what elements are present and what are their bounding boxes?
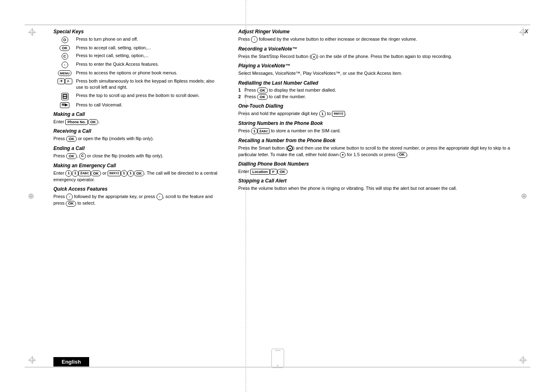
key-up-ringer: ↑: [251, 36, 258, 43]
key-1-em4: 1: [127, 170, 134, 177]
key-cell-nav: ⊟: [53, 92, 76, 100]
key-menu: MENU: [58, 70, 72, 76]
content-area: Special Keys O Press to turn phone on an…: [53, 29, 526, 359]
record-btn: ●: [311, 54, 317, 60]
key-row-menu: MENU Press to access the options or phon…: [53, 70, 218, 76]
key-mail: ✉▶: [60, 102, 69, 108]
one-touch-text: Press and hold the appropriate digit key…: [238, 111, 526, 117]
storing-text: Press 12ABC to store a number on the SIM…: [238, 128, 526, 134]
key-row-mail: ✉▶ Press to call Voicemail.: [53, 102, 218, 108]
key-up: ↑: [62, 62, 68, 68]
ending-call-title: Ending a Call: [53, 145, 218, 151]
key-desc-up: Press to enter the Quick Access features…: [76, 61, 218, 67]
quick-access-section: Quick Access Features Press ↑ followed b…: [53, 186, 218, 206]
key-1-em2: 1: [72, 170, 78, 177]
key-c: C: [62, 53, 68, 60]
smart-btn-hold: ●: [340, 152, 345, 158]
recalling-text: Press the Smart button (●) and then use …: [238, 145, 526, 158]
right-column: Adjust Ringer Volume Press ↑ followed by…: [230, 29, 526, 359]
page-border-top: [25, 25, 530, 25]
key-desc-c: Press to reject call, setting, option,..…: [76, 53, 218, 59]
key-ok-dial: OK: [277, 169, 288, 175]
key-hash-dial: #·: [270, 169, 277, 175]
key-desc-nav: Press the top to scroll up and press the…: [76, 92, 218, 99]
ending-call-text: Press OK, C or close the flip (models wi…: [53, 153, 218, 159]
voicenote-play-title: Playing a VoiceNote™: [238, 63, 526, 69]
one-touch-section: One-Touch Dialling Press and hold the ap…: [238, 103, 526, 117]
dialling-text: Enter Location#·OK: [238, 168, 526, 175]
key-star-hash: ·✶ #·: [58, 78, 72, 84]
emergency-call-text: Enter 112ABCOK or 9WXYZ11OK. The call wi…: [53, 170, 218, 183]
quick-access-text: Press ↑ followed by the appropriate key,…: [53, 194, 218, 206]
making-call-text: Enter Phone No.OK.: [53, 119, 218, 125]
adjust-ringer-text: Press ↑ followed by the volume button to…: [238, 36, 526, 43]
key-ok-end: OK: [66, 153, 77, 159]
key-ok-redial1: OK: [257, 88, 268, 93]
dialling-section: Dialling Phone Book Numbers Enter Locati…: [238, 161, 526, 175]
key-2abc-em: 2ABC: [78, 171, 90, 176]
key-cell-mail: ✉▶: [53, 102, 76, 108]
special-keys-title: Special Keys: [53, 29, 218, 35]
key-9wxyz-em: 9WXYZ: [108, 171, 121, 176]
key-up-qa1: ↑: [66, 194, 73, 200]
voicenote-record-title: Recording a VoiceNote™: [238, 46, 526, 52]
voicenote-play-section: Playing a VoiceNote™ Select Messages, Vo…: [238, 63, 526, 76]
storing-section: Storing Numbers in the Phone Book Press …: [238, 120, 526, 134]
redialling-section: Redialling the Last Number Called 1 Pres…: [238, 80, 526, 100]
key-nav: ⊟: [61, 93, 69, 100]
redialling-num-2: 2: [238, 94, 244, 99]
key-row-c: C Press to reject call, setting, option,…: [53, 53, 218, 60]
recalling-section: Recalling a Number from the Phone Book P…: [238, 138, 526, 158]
key-ok-em2: OK: [134, 171, 145, 176]
receiving-call-section: Receiving a Call Press OK or open the fl…: [53, 128, 218, 142]
stopping-section: Stopping a Call Alert Press the volume b…: [238, 178, 526, 191]
emergency-call-section: Making an Emergency Call Enter 112ABCOK …: [53, 163, 218, 183]
key-desc-starhash: Press both simultaneously to lock the ke…: [76, 78, 218, 91]
ending-call-section: Ending a Call Press OK, C or close the f…: [53, 145, 218, 159]
key-ok-em1: OK: [91, 171, 101, 176]
key-1-em1: 1: [65, 170, 72, 177]
reg-mark-tl: [28, 28, 36, 36]
key-cell-ok: OK: [53, 45, 76, 51]
margin-mark-left: ⊕: [28, 191, 34, 201]
key-cell-o: O: [53, 36, 76, 43]
receiving-call-title: Receiving a Call: [53, 128, 218, 134]
key-row-o: O Press to turn phone on and off.: [53, 36, 218, 43]
key-cell-menu: MENU: [53, 70, 76, 76]
adjust-ringer-section: Adjust Ringer Volume Press ↑ followed by…: [238, 29, 526, 43]
adjust-ringer-title: Adjust Ringer Volume: [238, 29, 526, 35]
storing-title: Storing Numbers in the Phone Book: [238, 120, 526, 126]
recalling-title: Recalling a Number from the Phone Book: [238, 138, 526, 143]
key-1-em3: 1: [121, 170, 127, 177]
smart-btn-recall: ●: [287, 145, 293, 151]
key-row-ok: OK Press to accept call, setting, option…: [53, 45, 218, 51]
key-ok-recall: OK: [397, 152, 408, 158]
key-phone-no: Phone No.: [65, 119, 88, 125]
key-o: O: [62, 37, 68, 43]
key-1-store: 1: [251, 128, 258, 134]
key-cell-c: C: [53, 53, 76, 60]
redialling-title: Redialling the Last Number Called: [238, 80, 526, 86]
key-desc-o: Press to turn phone on and off.: [76, 36, 218, 42]
one-touch-title: One-Touch Dialling: [238, 103, 526, 109]
key-cell-starhash: ·✶ #·: [53, 78, 76, 84]
voicenote-record-text: Press the Start/Stop Record button (●) o…: [238, 53, 526, 60]
key-hash: #·: [65, 78, 72, 84]
key-desc-ok: Press to accept call, setting, option,..…: [76, 45, 218, 51]
redialling-item-2: 2 Press OK to call the number.: [238, 94, 526, 100]
key-up-qa2: ↑: [157, 194, 163, 200]
voicenote-play-text: Select Messages, VoiceNote™, Play VoiceN…: [238, 70, 526, 76]
key-desc-menu: Press to access the options or phone boo…: [76, 70, 218, 76]
receiving-call-text: Press OK or open the flip (models with f…: [53, 136, 218, 142]
key-row-up: ↑ Press to enter the Quick Access featur…: [53, 61, 218, 68]
left-column: Special Keys O Press to turn phone on an…: [53, 29, 230, 359]
redialling-item-1: 1 Press OK to display the last number di…: [238, 88, 526, 93]
dialling-title: Dialling Phone Book Numbers: [238, 161, 526, 167]
making-call-title: Making a Call: [53, 111, 218, 117]
redialling-num-1: 1: [238, 88, 244, 92]
key-ok-call: OK: [88, 119, 99, 125]
special-keys-section: Special Keys O Press to turn phone on an…: [53, 29, 218, 108]
stopping-title: Stopping a Call Alert: [238, 178, 526, 184]
emergency-call-title: Making an Emergency Call: [53, 163, 218, 168]
key-row-starhash: ·✶ #· Press both simultaneously to lock …: [53, 78, 218, 91]
